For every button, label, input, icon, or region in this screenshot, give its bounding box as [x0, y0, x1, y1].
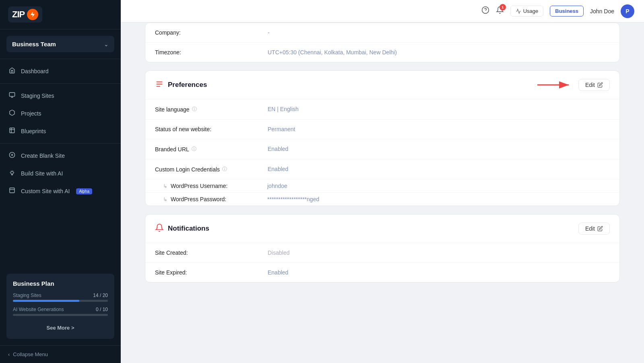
rocket-icon [8, 169, 16, 177]
wp-username-label: WordPress Username: [171, 183, 267, 189]
info-icon-3[interactable]: ⓘ [222, 166, 227, 173]
info-icon-2[interactable]: ⓘ [192, 146, 196, 153]
sub-arrow-icon: ↳ [163, 183, 167, 189]
site-language-label: Site language ⓘ [155, 106, 268, 113]
nav-divider-2 [0, 83, 121, 84]
timezone-value: UTC+05:30 (Chennai, Kolkata, Mumbai, New… [268, 49, 610, 56]
branded-url-label: Branded URL ⓘ [155, 146, 268, 153]
ai-gen-count: 0 / 10 [96, 307, 108, 312]
custom-login-label: Custom Login Credentials ⓘ [155, 166, 268, 173]
company-row: Company: - [145, 23, 619, 43]
site-created-row: Site Created: Disabled [145, 243, 619, 263]
business-button[interactable]: Business [550, 6, 584, 16]
nav-divider [0, 59, 121, 59]
custom-login-value: Enabled [268, 166, 610, 172]
svg-rect-9 [10, 188, 14, 193]
notifications-header: Notifications Edit [145, 214, 619, 243]
branded-url-value: Enabled [268, 146, 610, 152]
svg-rect-0 [9, 93, 14, 96]
staging-sites-row: Staging Sites 14 / 20 [13, 293, 108, 298]
chevron-down-icon: ⌄ [104, 41, 109, 47]
staging-sites-progress [13, 300, 108, 302]
preferences-card: Preferences Edit Site lang [145, 70, 620, 206]
notifications-bell-icon [155, 223, 164, 234]
content-area: Company: - Timezone: UTC+05:30 (Chennai,… [121, 23, 644, 363]
logo: ZIP [8, 6, 42, 23]
notifications-card: Notifications Edit Site Created: Disable… [145, 214, 620, 283]
ai-gen-row: AI Website Generations 0 / 10 [13, 307, 108, 312]
status-value: Permanent [268, 126, 610, 132]
preferences-title-row: Preferences [155, 80, 207, 91]
notifications-title: Notifications [168, 225, 209, 233]
sub-arrow-icon-2: ↳ [163, 196, 167, 202]
company-card: Company: - Timezone: UTC+05:30 (Chennai,… [145, 23, 620, 62]
user-name: John Doe [590, 8, 614, 14]
preferences-icon [155, 80, 164, 91]
ai-gen-label: AI Website Generations [13, 307, 64, 312]
site-expired-value: Enabled [268, 269, 610, 276]
chevron-left-icon: ‹ [8, 351, 10, 357]
notifications-title-row: Notifications [155, 223, 209, 234]
sidebar-item-label: Custom Site with AI [21, 188, 70, 194]
plus-circle-icon [8, 152, 16, 160]
ai-gen-progress [13, 314, 108, 316]
notification-badge: 1 [500, 4, 506, 10]
team-selector[interactable]: Business Team ⌄ [6, 36, 114, 52]
home-icon [8, 67, 16, 75]
preferences-header: Preferences Edit [145, 71, 619, 99]
sidebar-item-build-ai[interactable]: Build Site with AI [0, 165, 121, 182]
alpha-badge: Alpha [76, 188, 92, 194]
usage-button[interactable]: Usage [510, 6, 544, 16]
sidebar-item-blueprints[interactable]: Blueprints [0, 122, 121, 140]
staging-icon [8, 92, 16, 100]
sidebar-item-projects[interactable]: Projects [0, 105, 121, 122]
logo-text: ZIP [12, 9, 25, 20]
see-more-button[interactable]: See More > [13, 321, 108, 332]
wp-password-label: WordPress Password: [171, 196, 267, 202]
notifications-edit-button[interactable]: Edit [578, 223, 610, 235]
site-expired-row: Site Expired: Enabled [145, 263, 619, 282]
preferences-edit-button[interactable]: Edit [578, 79, 610, 91]
projects-icon [8, 109, 16, 118]
site-language-value: EN | English [268, 106, 610, 112]
sidebar-item-custom-ai[interactable]: Custom Site with AI Alpha [0, 182, 121, 200]
timezone-row: Timezone: UTC+05:30 (Chennai, Kolkata, M… [145, 43, 619, 62]
sidebar-item-dashboard[interactable]: Dashboard [0, 62, 121, 80]
logo-badge [27, 9, 38, 20]
site-expired-label: Site Expired: [155, 269, 268, 276]
topbar: 1 Usage Business John Doe P [121, 0, 644, 23]
blueprints-icon [8, 127, 16, 135]
wp-password-value: ******************nged [267, 196, 319, 202]
preferences-title: Preferences [168, 81, 207, 89]
staging-sites-fill [13, 300, 79, 302]
sidebar-item-create-blank[interactable]: Create Blank Site [0, 147, 121, 165]
info-icon[interactable]: ⓘ [192, 106, 197, 113]
sidebar-item-label: Build Site with AI [21, 170, 63, 177]
main-area: 1 Usage Business John Doe P Company: - T… [121, 0, 644, 363]
custom-login-row: Custom Login Credentials ⓘ Enabled [145, 159, 619, 179]
wp-password-row: ↳ WordPress Password: ******************… [145, 193, 619, 206]
sidebar-item-label: Staging Sites [21, 93, 54, 99]
edit-icon-notif [597, 226, 603, 231]
sidebar-item-label: Projects [21, 110, 41, 117]
company-value: - [268, 29, 610, 36]
sidebar-item-label: Create Blank Site [21, 153, 65, 159]
logo-area: ZIP [0, 0, 121, 29]
staging-sites-label: Staging Sites [13, 293, 41, 298]
site-created-label: Site Created: [155, 250, 268, 256]
timezone-label: Timezone: [155, 49, 268, 56]
help-icon[interactable] [481, 6, 489, 16]
user-avatar[interactable]: P [621, 4, 634, 18]
svg-rect-3 [10, 128, 14, 133]
nav-divider-3 [0, 143, 121, 144]
edit-icon [597, 82, 603, 88]
sidebar: ZIP Business Team ⌄ Dashboard Staging Si… [0, 0, 121, 363]
red-arrow-indicator [537, 80, 574, 90]
notifications-icon[interactable]: 1 [496, 6, 504, 16]
plan-title: Business Plan [13, 280, 108, 287]
staging-sites-count: 14 / 20 [93, 293, 108, 298]
business-plan-section: Business Plan Staging Sites 14 / 20 AI W… [6, 274, 114, 339]
company-label: Company: [155, 29, 268, 36]
sidebar-item-staging-sites[interactable]: Staging Sites [0, 87, 121, 105]
collapse-menu-button[interactable]: ‹ Collapse Menu [0, 345, 121, 363]
